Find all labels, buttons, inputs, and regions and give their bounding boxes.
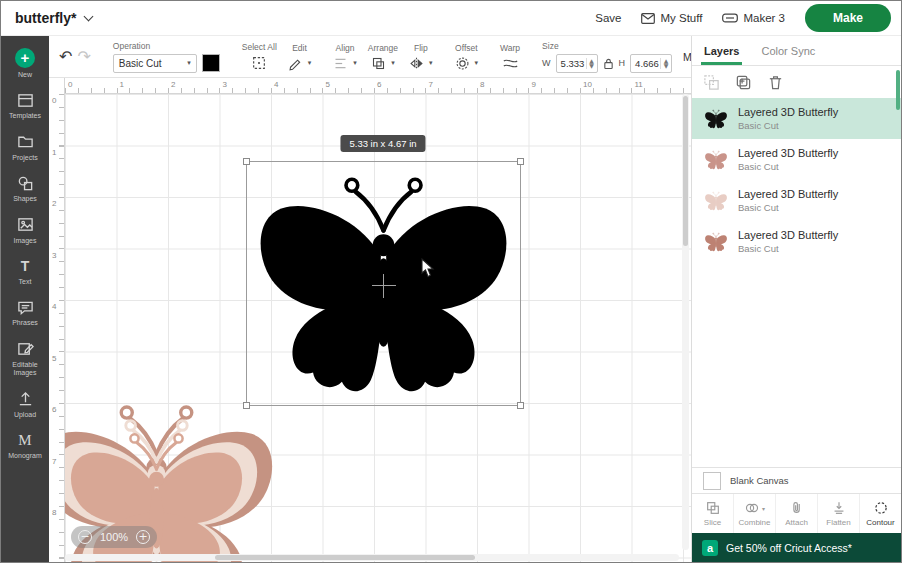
- ruler-number: 6: [52, 405, 56, 414]
- ruler-number: 7: [52, 457, 56, 466]
- color-swatch[interactable]: [202, 54, 220, 72]
- images-icon: [16, 216, 34, 234]
- slice-button[interactable]: Slice: [692, 494, 733, 533]
- arrange-icon: [371, 56, 386, 71]
- sidebar-item-projects[interactable]: Projects: [1, 130, 49, 165]
- make-button[interactable]: Make: [805, 4, 891, 32]
- layer-row[interactable]: Layered 3D Butterfly Basic Cut: [692, 139, 901, 180]
- stepper-icons[interactable]: ▲▼: [660, 58, 671, 69]
- tab-color-sync[interactable]: Color Sync: [751, 36, 825, 65]
- ruler-number: 0: [68, 80, 72, 89]
- zoom-control: − 100% +: [71, 526, 157, 548]
- attach-button[interactable]: Attach: [775, 494, 817, 533]
- offset-icon: [455, 56, 470, 71]
- flatten-button[interactable]: Flatten: [817, 494, 859, 533]
- combine-icon: [744, 500, 760, 516]
- sidebar-item-monogram[interactable]: M Monogram: [1, 428, 49, 463]
- scrollbar-thumb[interactable]: [683, 96, 688, 246]
- operation-select[interactable]: Basic Cut ▾: [113, 54, 197, 73]
- warp-button[interactable]: Warp: [500, 43, 520, 71]
- blank-canvas-row[interactable]: Blank Canvas: [692, 467, 901, 493]
- duplicate-button[interactable]: [735, 74, 752, 91]
- scrollbar-thumb[interactable]: [215, 555, 475, 560]
- align-icon: [333, 56, 348, 71]
- ruler-horizontal: 01234567891011: [49, 78, 691, 94]
- pencil-icon: [288, 56, 303, 71]
- ruler-number: 1: [52, 148, 56, 157]
- my-stuff-button[interactable]: My Stuff: [641, 12, 702, 24]
- blank-canvas-swatch[interactable]: [703, 472, 721, 490]
- select-all-icon: [251, 55, 267, 71]
- undo-button[interactable]: ↶: [59, 47, 72, 66]
- sidebar-item-shapes[interactable]: Shapes: [1, 171, 49, 206]
- group-icon: [703, 74, 720, 91]
- templates-icon: [16, 91, 34, 109]
- layer-row[interactable]: Layered 3D Butterfly Basic Cut: [692, 98, 901, 139]
- align-button[interactable]: Align ▾: [333, 43, 357, 71]
- lock-aspect-icon[interactable]: [603, 57, 614, 70]
- project-title-menu[interactable]: butterfly*: [15, 10, 92, 26]
- ruler-number: 8: [52, 508, 56, 517]
- ruler-number: 5: [326, 80, 330, 89]
- sidebar-item-text[interactable]: T Text: [1, 254, 49, 289]
- ruler-number: 3: [52, 251, 56, 260]
- flatten-icon: [831, 500, 847, 516]
- chevron-down-icon: [84, 11, 94, 21]
- ruler-number: 11: [635, 80, 643, 89]
- sidebar-item-new[interactable]: + New: [1, 45, 49, 82]
- ruler-number: 0: [52, 96, 56, 105]
- ruler-number: 4: [52, 302, 56, 311]
- machine-selector[interactable]: Maker 3: [722, 12, 785, 24]
- resize-handle[interactable]: [243, 158, 250, 165]
- ruler-number: 4: [274, 80, 278, 89]
- horizontal-scrollbar[interactable]: [65, 554, 679, 561]
- height-input[interactable]: 4.666 ▲▼: [630, 54, 672, 73]
- editable-images-icon: [16, 340, 34, 358]
- layer-thumbnail: [703, 189, 729, 213]
- left-sidebar: + New Templates Projects Shapes Images T: [1, 36, 49, 562]
- layer-row[interactable]: Layered 3D Butterfly Basic Cut: [692, 180, 901, 221]
- chevron-down-icon: ▾: [308, 59, 312, 67]
- resize-handle[interactable]: [243, 402, 250, 409]
- panel-scrollbar-thumb[interactable]: [896, 70, 900, 110]
- layer-row[interactable]: Layered 3D Butterfly Basic Cut: [692, 221, 901, 262]
- edit-toolbar: ↶ ↷ Operation Basic Cut ▾ S: [49, 36, 691, 78]
- flip-icon: [409, 56, 424, 71]
- combine-button[interactable]: ▾ Combine: [733, 494, 775, 533]
- ruler-number: 5: [52, 354, 56, 363]
- edit-button[interactable]: Edit ▾: [288, 43, 312, 71]
- chevron-down-icon: ▾: [429, 59, 433, 67]
- select-all-button[interactable]: Select All: [242, 42, 277, 71]
- stepper-icons[interactable]: ▲▼: [586, 58, 597, 69]
- size-tooltip: 5.33 in x 4.67 in: [340, 135, 425, 152]
- promo-banner[interactable]: a Get 50% off Cricut Access*: [692, 533, 901, 562]
- delete-button[interactable]: [767, 74, 784, 91]
- group-button[interactable]: [703, 74, 720, 91]
- sidebar-item-editable-images[interactable]: Editable Images: [1, 337, 49, 381]
- monogram-icon: M: [16, 431, 34, 449]
- panel-tabs: Layers Color Sync: [692, 36, 901, 66]
- layer-list: Layered 3D Butterfly Basic Cut Layered 3…: [692, 98, 901, 467]
- text-icon: T: [16, 257, 34, 275]
- offset-button[interactable]: Offset ▾: [455, 43, 479, 71]
- selection-box[interactable]: [246, 161, 521, 406]
- contour-button[interactable]: Contour: [859, 494, 901, 533]
- sidebar-item-upload[interactable]: Upload: [1, 387, 49, 422]
- tab-layers[interactable]: Layers: [694, 36, 749, 65]
- arrange-button[interactable]: Arrange ▾: [368, 43, 398, 71]
- sidebar-item-images[interactable]: Images: [1, 213, 49, 248]
- width-input[interactable]: 5.333 ▲▼: [556, 54, 598, 73]
- sidebar-item-phrases[interactable]: Phrases: [1, 295, 49, 330]
- resize-handle[interactable]: [517, 158, 524, 165]
- zoom-out-icon[interactable]: −: [78, 530, 92, 544]
- vertical-scrollbar[interactable]: [682, 94, 689, 550]
- redo-button[interactable]: ↷: [77, 47, 90, 66]
- chevron-down-icon: ▾: [391, 59, 395, 67]
- save-button[interactable]: Save: [595, 12, 621, 24]
- canvas-area[interactable]: 01234567891011 012345678: [49, 78, 691, 562]
- warp-icon: [502, 56, 519, 71]
- sidebar-item-templates[interactable]: Templates: [1, 88, 49, 123]
- zoom-in-icon[interactable]: +: [136, 530, 150, 544]
- flip-button[interactable]: Flip ▾: [409, 43, 433, 71]
- resize-handle[interactable]: [517, 402, 524, 409]
